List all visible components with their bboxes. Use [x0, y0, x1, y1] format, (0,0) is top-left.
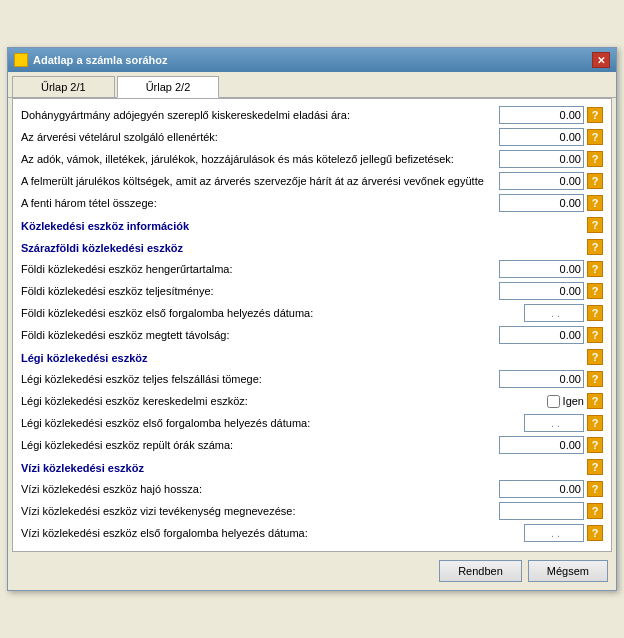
help-icon-vizi-0[interactable]: ?	[587, 481, 603, 497]
window-title: Adatlap a számla sorához	[33, 54, 168, 66]
close-button[interactable]: ✕	[592, 52, 610, 68]
subsection-header-legi: Légi közlekedési eszköz ?	[21, 347, 603, 367]
subsection-label-legi: Légi közlekedési eszköz	[21, 352, 584, 364]
form-row-vizi-2: Vízi közlekedési eszköz első forgalomba …	[21, 523, 603, 543]
section-label-kozlekedesi: Közlekedési eszköz információk	[21, 220, 584, 232]
input-szarazfoldi-0[interactable]	[499, 260, 584, 278]
input-2[interactable]	[499, 150, 584, 168]
label-2: Az adók, vámok, illetékek, járulékok, ho…	[21, 153, 499, 165]
help-icon-szarazfoldi-2[interactable]: ?	[587, 305, 603, 321]
label-legi-1: Légi közlekedési eszköz kereskedelmi esz…	[21, 395, 547, 407]
help-icon-0[interactable]: ?	[587, 107, 603, 123]
label-0: Dohánygyártmány adójegyén szereplő kiske…	[21, 109, 499, 121]
checkbox-legi-1[interactable]	[547, 395, 560, 408]
form-row-legi-1: Légi közlekedési eszköz kereskedelmi esz…	[21, 391, 603, 411]
form-row-2: Az adók, vámok, illetékek, járulékok, ho…	[21, 149, 603, 169]
label-vizi-2: Vízi közlekedési eszköz első forgalomba …	[21, 527, 524, 539]
input-szarazfoldi-1[interactable]	[499, 282, 584, 300]
main-window: Adatlap a számla sorához ✕ Űrlap 2/1 Űrl…	[7, 47, 617, 591]
input-vizi-0[interactable]	[499, 480, 584, 498]
label-1: Az árverési vételárul szolgáló ellenérté…	[21, 131, 499, 143]
form-row-4: A fenti három tétel összege: ?	[21, 193, 603, 213]
form-row-3: A felmerült járulékos költségek, amit az…	[21, 171, 603, 191]
cancel-button[interactable]: Mégsem	[528, 560, 608, 582]
label-szarazfoldi-3: Földi közlekedési eszköz megtett távolsá…	[21, 329, 499, 341]
input-vizi-1[interactable]	[499, 502, 584, 520]
title-bar: Adatlap a számla sorához ✕	[8, 48, 616, 72]
help-icon-section-kozlekedesi[interactable]: ?	[587, 217, 603, 233]
input-szarazfoldi-2[interactable]	[524, 304, 584, 322]
help-icon-legi-0[interactable]: ?	[587, 371, 603, 387]
input-legi-2[interactable]	[524, 414, 584, 432]
subsection-header-vizi: Vízi közlekedési eszköz ?	[21, 457, 603, 477]
label-4: A fenti három tétel összege:	[21, 197, 499, 209]
input-szarazfoldi-3[interactable]	[499, 326, 584, 344]
help-icon-2[interactable]: ?	[587, 151, 603, 167]
subsection-label-szarazfoldi: Szárazföldi közlekedési eszköz	[21, 242, 584, 254]
section-header-kozlekedesi: Közlekedési eszköz információk ?	[21, 215, 603, 235]
ok-button[interactable]: Rendben	[439, 560, 522, 582]
tab-bar: Űrlap 2/1 Űrlap 2/2	[8, 72, 616, 98]
subsection-header-szarazfoldi: Szárazföldi közlekedési eszköz ?	[21, 237, 603, 257]
help-icon-szarazfoldi-1[interactable]: ?	[587, 283, 603, 299]
form-row-szarazfoldi-3: Földi közlekedési eszköz megtett távolsá…	[21, 325, 603, 345]
help-icon-3[interactable]: ?	[587, 173, 603, 189]
form-row-vizi-1: Vízi közlekedési eszköz vizi tevékenység…	[21, 501, 603, 521]
form-row-legi-0: Légi közlekedési eszköz teljes felszállá…	[21, 369, 603, 389]
help-icon-szarazfoldi-0[interactable]: ?	[587, 261, 603, 277]
input-3[interactable]	[499, 172, 584, 190]
label-legi-3: Légi közlekedési eszköz repült órák szám…	[21, 439, 499, 451]
help-icon-4[interactable]: ?	[587, 195, 603, 211]
label-szarazfoldi-2: Földi közlekedési eszköz első forgalomba…	[21, 307, 524, 319]
help-icon-vizi-2[interactable]: ?	[587, 525, 603, 541]
input-0[interactable]	[499, 106, 584, 124]
tab-urlap-2-2[interactable]: Űrlap 2/2	[117, 76, 220, 98]
input-4[interactable]	[499, 194, 584, 212]
input-legi-3[interactable]	[499, 436, 584, 454]
label-legi-2: Légi közlekedési eszköz első forgalomba …	[21, 417, 524, 429]
input-1[interactable]	[499, 128, 584, 146]
window-icon	[14, 53, 28, 67]
help-icon-vizi[interactable]: ?	[587, 459, 603, 475]
help-icon-1[interactable]: ?	[587, 129, 603, 145]
label-vizi-0: Vízi közlekedési eszköz hajó hossza:	[21, 483, 499, 495]
checkbox-container-legi-1: Igen	[547, 395, 584, 408]
input-vizi-2[interactable]	[524, 524, 584, 542]
help-icon-szarazfoldi[interactable]: ?	[587, 239, 603, 255]
help-icon-legi-2[interactable]: ?	[587, 415, 603, 431]
form-row-0: Dohánygyártmány adójegyén szereplő kiske…	[21, 105, 603, 125]
label-3: A felmerült járulékos költségek, amit az…	[21, 175, 499, 187]
footer: Rendben Mégsem	[8, 556, 616, 590]
help-icon-legi-1[interactable]: ?	[587, 393, 603, 409]
help-icon-szarazfoldi-3[interactable]: ?	[587, 327, 603, 343]
help-icon-legi-3[interactable]: ?	[587, 437, 603, 453]
form-row-vizi-0: Vízi közlekedési eszköz hajó hossza: ?	[21, 479, 603, 499]
label-legi-0: Légi közlekedési eszköz teljes felszállá…	[21, 373, 499, 385]
form-row-1: Az árverési vételárul szolgáló ellenérté…	[21, 127, 603, 147]
form-content: Dohánygyártmány adójegyén szereplő kiske…	[12, 98, 612, 552]
title-bar-left: Adatlap a számla sorához	[14, 53, 168, 67]
tab-urlap-2-1[interactable]: Űrlap 2/1	[12, 76, 115, 97]
form-row-szarazfoldi-1: Földi közlekedési eszköz teljesítménye: …	[21, 281, 603, 301]
label-vizi-1: Vízi közlekedési eszköz vizi tevékenység…	[21, 505, 499, 517]
help-icon-legi[interactable]: ?	[587, 349, 603, 365]
form-row-legi-3: Légi közlekedési eszköz repült órák szám…	[21, 435, 603, 455]
label-szarazfoldi-0: Földi közlekedési eszköz hengerűrtartalm…	[21, 263, 499, 275]
subsection-label-vizi: Vízi közlekedési eszköz	[21, 462, 584, 474]
help-icon-vizi-1[interactable]: ?	[587, 503, 603, 519]
input-legi-0[interactable]	[499, 370, 584, 388]
label-szarazfoldi-1: Földi közlekedési eszköz teljesítménye:	[21, 285, 499, 297]
checkbox-label-legi-1: Igen	[563, 395, 584, 407]
form-row-szarazfoldi-2: Földi közlekedési eszköz első forgalomba…	[21, 303, 603, 323]
form-row-szarazfoldi-0: Földi közlekedési eszköz hengerűrtartalm…	[21, 259, 603, 279]
form-row-legi-2: Légi közlekedési eszköz első forgalomba …	[21, 413, 603, 433]
